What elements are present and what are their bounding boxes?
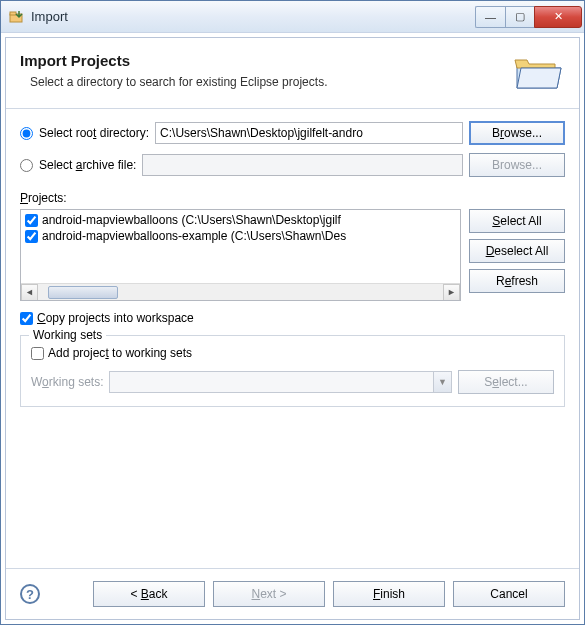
- wizard-footer: ? < Back Next > Finish Cancel: [6, 568, 579, 619]
- close-button[interactable]: ✕: [534, 6, 582, 28]
- archive-file-radio[interactable]: [20, 159, 33, 172]
- archive-file-label: Select archive file:: [39, 158, 136, 172]
- help-icon[interactable]: ?: [20, 584, 40, 604]
- projects-list[interactable]: android-mapviewballoons (C:\Users\Shawn\…: [20, 209, 461, 301]
- import-wizard-icon: [9, 9, 25, 25]
- project-item-label: android-mapviewballoons (C:\Users\Shawn\…: [42, 213, 341, 227]
- select-all-button[interactable]: Select All: [469, 209, 565, 233]
- scroll-track[interactable]: [38, 284, 443, 301]
- add-to-working-sets-label: Add project to working sets: [48, 346, 192, 360]
- add-to-working-sets-checkbox[interactable]: [31, 347, 44, 360]
- deselect-all-button[interactable]: Deselect All: [469, 239, 565, 263]
- titlebar[interactable]: Import — ▢ ✕: [1, 1, 584, 33]
- project-checkbox[interactable]: [25, 230, 38, 243]
- working-sets-select: ▼: [109, 371, 452, 393]
- page-description: Select a directory to search for existin…: [30, 75, 513, 89]
- cancel-button[interactable]: Cancel: [453, 581, 565, 607]
- projects-label: Projects:: [20, 191, 565, 205]
- select-working-sets-button: Select...: [458, 370, 554, 394]
- root-directory-label: Select root directory:: [39, 126, 149, 140]
- copy-projects-checkbox[interactable]: [20, 312, 33, 325]
- page-title: Import Projects: [20, 52, 513, 69]
- chevron-down-icon: ▼: [433, 372, 451, 392]
- minimize-button[interactable]: —: [475, 6, 505, 28]
- browse-root-button[interactable]: Browse...: [469, 121, 565, 145]
- browse-archive-button: Browse...: [469, 153, 565, 177]
- wizard-main: Select root directory: Browse... Select …: [6, 109, 579, 568]
- horizontal-scrollbar[interactable]: ◄ ►: [21, 283, 460, 300]
- working-sets-label: Working sets:: [31, 375, 103, 389]
- next-button: Next >: [213, 581, 325, 607]
- archive-file-row: Select archive file: Browse...: [20, 153, 565, 177]
- scroll-left-arrow-icon[interactable]: ◄: [21, 284, 38, 301]
- wizard-banner: Import Projects Select a directory to se…: [6, 38, 579, 109]
- dialog-content: Import Projects Select a directory to se…: [5, 37, 580, 620]
- project-checkbox[interactable]: [25, 214, 38, 227]
- scroll-right-arrow-icon[interactable]: ►: [443, 284, 460, 301]
- finish-button[interactable]: Finish: [333, 581, 445, 607]
- root-directory-input[interactable]: [155, 122, 463, 144]
- back-button[interactable]: < Back: [93, 581, 205, 607]
- working-sets-legend: Working sets: [29, 328, 106, 342]
- refresh-button[interactable]: Refresh: [469, 269, 565, 293]
- root-directory-row: Select root directory: Browse...: [20, 121, 565, 145]
- project-item[interactable]: android-mapviewballoons-example (C:\User…: [23, 228, 458, 244]
- maximize-button[interactable]: ▢: [505, 6, 535, 28]
- import-dialog: Import — ▢ ✕ Import Projects Select a di…: [0, 0, 585, 625]
- working-sets-group: Working sets Add project to working sets…: [20, 335, 565, 407]
- archive-file-input[interactable]: [142, 154, 463, 176]
- copy-projects-label: Copy projects into workspace: [37, 311, 194, 325]
- project-item-label: android-mapviewballoons-example (C:\User…: [42, 229, 346, 243]
- svg-rect-1: [10, 12, 16, 15]
- copy-projects-row: Copy projects into workspace: [20, 311, 565, 325]
- scroll-thumb[interactable]: [48, 286, 118, 299]
- folder-open-icon: [513, 52, 565, 94]
- root-directory-radio[interactable]: [20, 127, 33, 140]
- project-item[interactable]: android-mapviewballoons (C:\Users\Shawn\…: [23, 212, 458, 228]
- projects-area: android-mapviewballoons (C:\Users\Shawn\…: [20, 209, 565, 301]
- window-title: Import: [31, 9, 475, 24]
